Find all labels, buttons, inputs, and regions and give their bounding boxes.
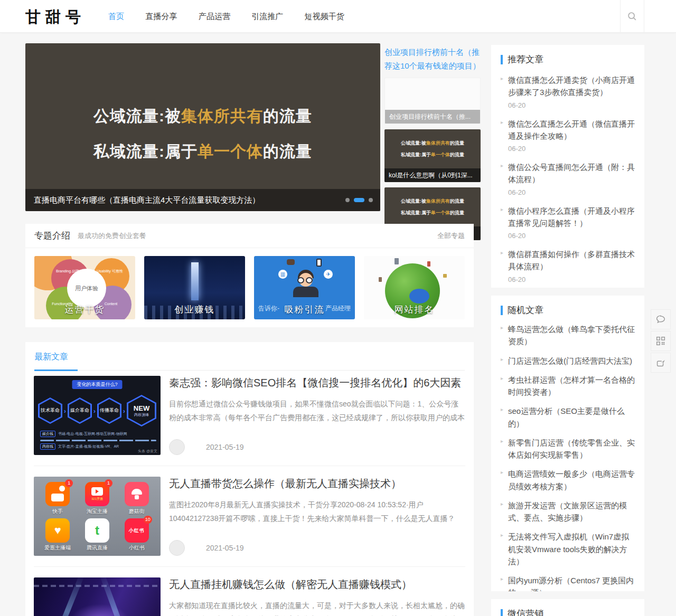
sidebar-recommended-card: 推荐文章 ▸ 微信直播怎么开通卖货（小商店开通步骤来了3步教你直播卖货） 06-… xyxy=(491,45,644,288)
topic-card-fans[interactable]: ✈ ▥ 告诉你- 产品经理 吸粉引流 xyxy=(254,256,355,319)
item-date: 06-20 xyxy=(508,188,635,196)
random-item[interactable]: ▸新零售门店运营（传统零售企业、实体店如何实现新零售） xyxy=(501,437,635,461)
comment-button[interactable] xyxy=(651,309,671,329)
topic-card-label: 吸粉引流 xyxy=(254,304,355,316)
sidebar-section-title: 微信营销 xyxy=(508,608,543,616)
random-item[interactable]: ▸门店运营怎么做(门店经营四大法宝) xyxy=(501,355,635,367)
slider-caption-text[interactable]: 直播电商平台有哪些（直播电商主流4大平台流量获取变现方法） xyxy=(34,195,260,205)
triangle-bullet-icon: ▸ xyxy=(501,576,503,582)
nav-item-short-video[interactable]: 短视频干货 xyxy=(305,0,344,33)
featured-thumb-2[interactable]: 公域流量:被集体所共有的流量 私域流量:属于单一个体的流量 kol是什么意思啊（… xyxy=(384,129,481,182)
search-icon xyxy=(626,11,638,22)
hexagon-label: 媒介革命 xyxy=(69,399,90,422)
triangle-bullet-icon: ▸ xyxy=(501,375,503,381)
slider-dot-3[interactable] xyxy=(369,198,373,202)
accent-bar xyxy=(501,306,503,315)
topic-card-label: 运营干货 xyxy=(34,304,135,316)
landmark-shape xyxy=(379,277,382,282)
recommended-item[interactable]: ▸ 微信直播怎么开通卖货（小商店开通步骤来了3步教你直播卖货） 06-20 xyxy=(501,74,635,109)
article-row: 无人直播挂机赚钱怎么做（解密无人直播赚钱模式） 大家都知道现在直播比较火，直播的… xyxy=(34,577,465,616)
tencent-live-app-icon: t xyxy=(85,518,109,543)
topic-cards: Branding 品牌 Usability 可用性 Functionality … xyxy=(25,248,474,327)
topic-card-operations[interactable]: Branding 品牌 Usability 可用性 Functionality … xyxy=(34,256,135,319)
article-thumbnail[interactable] xyxy=(34,577,161,616)
article-thumbnail[interactable]: 变化的本质是什么? 技术革命 › 媒介革命 › 传播革命 › NEW 内容演绎 … xyxy=(34,376,161,455)
recommended-item[interactable]: ▸ 微信公众号直播间怎么开通（附：具体流程） 06-20 xyxy=(501,161,635,196)
triangle-bullet-icon: ▸ xyxy=(501,163,503,168)
article-thumbnail[interactable]: 1 快手 1 321开播 淘宝主播 蘑菇街 ♥ 爱逛主播端 t 腾讯直播 10 xyxy=(34,477,161,556)
article-date: 2021-05-19 xyxy=(206,443,244,451)
hexagon-separator: › xyxy=(93,407,96,415)
nav-item-traffic[interactable]: 引流推广 xyxy=(251,0,283,33)
article-excerpt: 大家都知道现在直播比较火，直播的流量大，可是，对于大多数人来说，长相太尴尬，的确… xyxy=(169,599,465,616)
featured-title-link[interactable]: 创业项目排行榜前十名（推荐这10个最有钱途的项目） xyxy=(384,45,481,72)
timeline-arrow xyxy=(40,440,156,441)
qrcode-button[interactable] xyxy=(651,331,671,351)
article-title[interactable]: 无人直播挂机赚钱怎么做（解密无人直播赚钱模式） xyxy=(169,577,465,592)
recommended-item[interactable]: ▸ 微信群直播如何操作（多群直播技术具体流程） 06-20 xyxy=(501,248,635,283)
random-item[interactable]: ▸电商运营绩效一般多少（电商运营专员绩效考核方案） xyxy=(501,468,635,492)
app-name: 快手 xyxy=(41,508,74,515)
featured-panel: 创业项目排行榜前十名（推荐这10个最有钱途的项目） 创业项目排行榜前十名（推..… xyxy=(384,45,481,240)
hexagon-label: 技术革命 xyxy=(40,399,61,422)
random-item[interactable]: ▸旅游开发运营（文旅景区运营的模式、要点、实施步骤） xyxy=(501,499,635,524)
topic-card-startup[interactable]: 创业赚钱 xyxy=(144,256,245,319)
hero-slider[interactable]: 公域流量:被集体所共有的流量 私域流量:属于单一个体的流量 直播电商平台有哪些（… xyxy=(25,43,380,211)
item-date: 06-20 xyxy=(508,232,635,240)
landmark-shape xyxy=(427,261,430,267)
search-button[interactable] xyxy=(620,0,644,33)
featured-thumb-caption: kol是什么意思啊（从0到1深... xyxy=(384,168,481,182)
author-avatar[interactable] xyxy=(169,439,185,455)
featured-thumb-1[interactable]: 创业项目排行榜前十名（推... xyxy=(384,78,481,124)
slider-dot-1[interactable] xyxy=(345,198,350,202)
random-item[interactable]: ▸seo运营分析（SEO主要是做什么的） xyxy=(501,405,635,430)
app-name: 小红书 xyxy=(120,544,153,552)
triangle-bullet-icon: ▸ xyxy=(501,469,503,475)
article-divider xyxy=(34,466,465,466)
floating-toolbar xyxy=(651,309,671,374)
triangle-bullet-icon: ▸ xyxy=(501,438,503,444)
tab-latest-articles[interactable]: 最新文章 xyxy=(34,352,68,361)
random-item[interactable]: ▸无法将文件写入虚拟机（Win7虚拟机安装Vmware tools失败的解决方法… xyxy=(501,530,635,567)
stage-truss-shape xyxy=(34,585,161,587)
app-name: 腾讯直播 xyxy=(81,544,114,552)
mogujie-app-icon xyxy=(125,482,149,506)
topic-card-ranking[interactable]: 网站排名 xyxy=(364,256,465,319)
globe-sea-shape xyxy=(409,289,429,304)
recommended-item[interactable]: ▸ 微信小程序怎么直播（开通及小程序直播常见问题解答！） 06-20 xyxy=(501,205,635,240)
random-item[interactable]: ▸蜂鸟运营怎么做（蜂鸟拿下委托代征资质） xyxy=(501,323,635,348)
article-title[interactable]: 秦志强：影响微信SEO排名【微信搜一搜排名优化】的6大因素 xyxy=(169,376,465,390)
site-logo[interactable]: 甘甜号 xyxy=(25,7,86,28)
latest-header: 最新文章 xyxy=(25,342,474,371)
article-title[interactable]: 无人直播带货怎么操作（最新无人直播实操技术） xyxy=(169,477,465,491)
app-badge: 1 xyxy=(65,479,73,487)
slider-dot-2-active[interactable] xyxy=(354,198,364,202)
share-button[interactable] xyxy=(651,353,671,373)
cartoon-suit xyxy=(293,287,318,297)
topic-card-label: 网站排名 xyxy=(364,304,465,316)
topics-header: 专题介绍 最成功的免费创业套餐 全部专题 xyxy=(25,224,474,248)
article-body: 无人直播挂机赚钱怎么做（解密无人直播赚钱模式） 大家都知道现在直播比较火，直播的… xyxy=(169,577,465,616)
topics-more-link[interactable]: 全部专题 xyxy=(437,231,465,241)
landmark-shape xyxy=(395,258,399,264)
random-item[interactable]: ▸考虫社群运营（怎样才算一名合格的时间投资者） xyxy=(501,374,635,399)
sidebar-section-header: 推荐文章 xyxy=(501,53,635,65)
hexagon-new-label: NEW xyxy=(134,404,149,413)
mini-slide-line1: 公域流量:被集体所共有的流量 xyxy=(384,140,481,147)
recommended-item[interactable]: ▸ 微信怎么直播怎么开通（微信直播开通及操作全攻略） 06-20 xyxy=(501,118,635,153)
featured-thumb-caption: 创业项目排行榜前十名（推... xyxy=(385,110,480,124)
slider-caption-bar: 直播电商平台有哪些（直播电商主流4大平台流量获取变现方法） xyxy=(25,189,380,211)
nav-item-live-share[interactable]: 直播分享 xyxy=(145,0,177,33)
plane-icon: ✈ xyxy=(324,270,333,279)
author-avatar[interactable] xyxy=(169,540,185,556)
hexagon-separator: › xyxy=(64,407,66,415)
venn-label: Usability 可用性 xyxy=(97,269,123,273)
phone-icon xyxy=(316,259,322,267)
sidebar-section-header: 微信营销 xyxy=(501,608,635,616)
nav-item-product-ops[interactable]: 产品运营 xyxy=(199,0,230,33)
triangle-bullet-icon: ▸ xyxy=(501,206,503,212)
nav-item-home[interactable]: 首页 xyxy=(108,0,124,33)
triangle-bullet-icon: ▸ xyxy=(501,532,503,538)
random-item[interactable]: ▸国内yum源分析（Centos7 更换国内的yum源） xyxy=(501,574,635,591)
tab-active-bar xyxy=(34,369,78,371)
